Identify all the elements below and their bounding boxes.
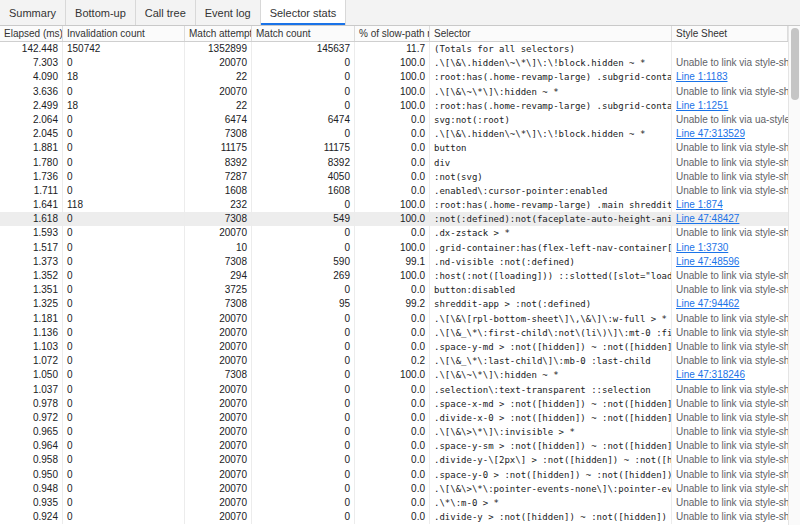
cell-match-count: 0 [252,99,355,113]
cell-invalidation-count: 0 [63,113,185,127]
cell-match-count: 0 [252,383,355,397]
style-sheet-link[interactable]: Line 1:874 [672,198,788,212]
table-row[interactable]: 1.136 0 20070 0 0.0 .\[\&_\*\:first-chil… [0,326,788,340]
table-row[interactable]: 1.711 0 1608 1608 0.0 .enabled\:cursor-p… [0,184,788,198]
tab-summary[interactable]: Summary [0,0,66,25]
style-sheet-link[interactable]: Line 1:1183 [672,70,788,84]
cell-style-sheet: Unable to link via style-she… [672,85,788,99]
cell-selector: .grid-container:has(flex-left-nav-contai… [430,241,672,255]
cell-style-sheet: Unable to link via style-she… [672,269,788,283]
cell-match-count: 0 [252,70,355,84]
cell-selector: (Totals for all selectors) [430,42,672,56]
tab-bottom-up[interactable]: Bottom-up [66,0,136,25]
table-row[interactable]: 1.517 0 10 0 100.0 .grid-container:has(f… [0,241,788,255]
table-row[interactable]: 142.448 150742 1352899 145637 11.7 (Tota… [0,42,788,56]
table-row[interactable]: 1.050 0 7308 0 100.0 .\[\&\~\*\]\:hidden… [0,368,788,382]
tab-selector-stats[interactable]: Selector stats [261,0,347,25]
cell-selector: .\[\&\[rpl-bottom-sheet\]\,\&\]\:w-full … [430,312,672,326]
cell-slow-path-pct: 100.0 [355,368,430,382]
column-header-match-count[interactable]: Match count [252,26,355,41]
cell-slow-path-pct: 100.0 [355,70,430,84]
cell-match-attempts: 20070 [185,397,252,411]
cell-slow-path-pct: 0.0 [355,411,430,425]
tab-event-log[interactable]: Event log [196,0,261,25]
table-row[interactable]: 0.935 0 20070 0 0.0 .\*\:m-0 > * Unable … [0,496,788,510]
table-row[interactable]: 0.958 0 20070 0 0.0 .divide-y-\[2px\] > … [0,453,788,467]
cell-match-attempts: 3725 [185,283,252,297]
table-row[interactable]: 2.045 0 7308 0 0.0 .\[\&\.hidden\~\*\]\:… [0,127,788,141]
cell-match-count: 4050 [252,170,355,184]
cell-selector: :not(:defined):not(faceplate-auto-height… [430,212,672,226]
table-row[interactable]: 0.924 0 20070 0 0.0 .divide-y > :not([hi… [0,510,788,524]
table-row[interactable]: 1.593 0 20070 0 0.0 .dx-zstack > * Unabl… [0,226,788,240]
cell-match-count: 549 [252,212,355,226]
cell-slow-path-pct: 100.0 [355,198,430,212]
tab-call-tree[interactable]: Call tree [136,0,196,25]
table-row[interactable]: 0.978 0 20070 0 0.0 .space-x-md > :not([… [0,397,788,411]
cell-match-attempts: 20070 [185,85,252,99]
cell-match-attempts: 22 [185,99,252,113]
table-row[interactable]: 1.373 0 7308 590 99.1 .nd-visible :not(:… [0,255,788,269]
table-row[interactable]: 1.352 0 294 269 100.0 :host(:not([loadin… [0,269,788,283]
panel-tab-bar: Summary Bottom-up Call tree Event log Se… [0,0,800,26]
table-row[interactable]: 4.090 18 22 0 100.0 :root:has(.home-reva… [0,70,788,84]
table-row[interactable]: 1.072 0 20070 0 0.2 .\[\&_\*\:last-child… [0,354,788,368]
table-row[interactable]: 1.881 0 11175 11175 0.0 button Unable to… [0,141,788,155]
table-row[interactable]: 7.303 0 20070 0 100.0 .\[\&\.hidden\~\*\… [0,56,788,70]
cell-style-sheet: Unable to link via style-she… [672,383,788,397]
cell-elapsed: 0.958 [0,453,63,467]
cell-match-count: 0 [252,425,355,439]
cell-slow-path-pct: 0.0 [355,156,430,170]
table-row[interactable]: 1.103 0 20070 0 0.0 .space-y-md > :not([… [0,340,788,354]
table-row[interactable]: 3.636 0 20070 0 100.0 .\[\&\~\*\]\:hidde… [0,85,788,99]
table-row[interactable]: 0.972 0 20070 0 0.0 .divide-x-0 > :not([… [0,411,788,425]
cell-selector: .\[\&_\*\:first-child\:not\(li\)\]\:mt-0… [430,326,672,340]
scrollbar-thumb[interactable] [791,28,799,100]
cell-invalidation-count: 0 [63,439,185,453]
cell-match-count: 0 [252,241,355,255]
cell-match-attempts: 6474 [185,113,252,127]
column-header-style-sheet[interactable]: Style Sheet [672,26,788,41]
cell-style-sheet: Unable to link via style-she… [672,453,788,467]
cell-invalidation-count: 0 [63,56,185,70]
cell-match-attempts: 11175 [185,141,252,155]
cell-elapsed: 1.037 [0,383,63,397]
cell-elapsed: 1.881 [0,141,63,155]
column-header-selector[interactable]: Selector [430,26,672,41]
table-row[interactable]: 2.499 18 22 0 100.0 :root:has(.home-reva… [0,99,788,113]
vertical-scrollbar[interactable] [788,26,800,525]
cell-match-count: 8392 [252,156,355,170]
column-header-slow-path-pct[interactable]: % of slow-path n… [355,26,430,41]
style-sheet-link[interactable]: Line 47:48596 [672,255,788,269]
cell-elapsed: 1.072 [0,354,63,368]
cell-invalidation-count: 18 [63,70,185,84]
style-sheet-link[interactable]: Line 47:94462 [672,297,788,311]
cell-selector: .\[\&_\*\:last-child\]\:mb-0 :last-child [430,354,672,368]
column-header-match-attempts[interactable]: Match attempts [185,26,252,41]
column-header-elapsed[interactable]: Elapsed (ms) [0,26,63,41]
style-sheet-link[interactable]: Line 1:1251 [672,99,788,113]
table-row[interactable]: 1.325 0 7308 95 99.2 shreddit-app > :not… [0,297,788,311]
cell-elapsed: 2.045 [0,127,63,141]
table-row[interactable]: 1.780 0 8392 8392 0.0 div Unable to link… [0,156,788,170]
cell-selector: .selection\:text-transparent ::selection [430,383,672,397]
cell-invalidation-count: 0 [63,283,185,297]
style-sheet-link[interactable]: Line 47:318246 [672,368,788,382]
style-sheet-link[interactable]: Line 47:313529 [672,127,788,141]
column-header-invalidation[interactable]: Invalidation count [63,26,185,41]
table-row[interactable]: 1.037 0 20070 0 0.0 .selection\:text-tra… [0,383,788,397]
cell-slow-path-pct: 0.0 [355,340,430,354]
table-row[interactable]: 0.964 0 20070 0 0.0 .space-y-sm > :not([… [0,439,788,453]
table-row[interactable]: 1.181 0 20070 0 0.0 .\[\&\[rpl-bottom-sh… [0,312,788,326]
style-sheet-link[interactable]: Line 47:48427 [672,212,788,226]
table-row[interactable]: 1.351 0 3725 0 0.0 button:disabled Unabl… [0,283,788,297]
table-row[interactable]: 0.948 0 20070 0 0.0 .\[\&\>\*\:pointer-e… [0,482,788,496]
table-row[interactable]: 2.064 0 6474 6474 0.0 svg:not(:root) Una… [0,113,788,127]
style-sheet-link[interactable]: Line 1:3730 [672,241,788,255]
table-row[interactable]: 0.965 0 20070 0 0.0 .\[\&\>\*\]\:invisib… [0,425,788,439]
table-row[interactable]: 1.736 0 7287 4050 0.0 :not(svg) Unable t… [0,170,788,184]
cell-selector: svg:not(:root) [430,113,672,127]
table-row[interactable]: 1.618 0 7308 549 100.0 :not(:defined):no… [0,212,788,226]
table-row[interactable]: 0.950 0 20070 0 0.0 .space-y-0 > :not([h… [0,468,788,482]
table-row[interactable]: 1.641 118 232 0 100.0 :root:has(.home-re… [0,198,788,212]
